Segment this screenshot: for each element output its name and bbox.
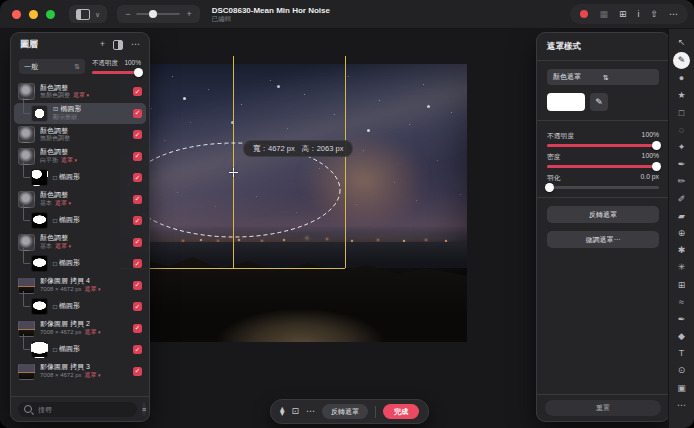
more-icon[interactable]: ⋯ <box>669 10 678 19</box>
mask-badge[interactable]: 遮罩 <box>73 92 89 100</box>
refine-mask-button[interactable]: 微調遮罩⋯ <box>547 231 659 248</box>
visibility-checkbox[interactable]: ✓ <box>133 109 142 118</box>
paint-tool[interactable]: ✎ <box>673 52 690 69</box>
layer-color-adjust-5[interactable]: 顏色調整 基本 遮罩 ✓ <box>14 232 146 254</box>
visibility-checkbox[interactable]: ✓ <box>133 259 142 268</box>
zoom-tool[interactable]: ⊙ <box>673 362 691 379</box>
visibility-checkbox[interactable]: ✓ <box>133 216 142 225</box>
blob-tool[interactable]: ✱ <box>673 242 691 259</box>
star-shape-tool[interactable]: ★ <box>673 87 691 104</box>
display-icon[interactable]: ⊡ <box>291 407 299 416</box>
blend-mode-select[interactable]: 一般 ⇅ <box>19 59 85 74</box>
visibility-checkbox[interactable]: ✓ <box>133 195 142 204</box>
clone-tool[interactable]: ⊞ <box>673 276 691 293</box>
mask-color-swatch[interactable] <box>547 93 585 111</box>
zoom-slider[interactable] <box>136 13 180 15</box>
search-input[interactable] <box>36 405 131 414</box>
mask-badge[interactable]: 遮罩 <box>85 286 101 294</box>
layer-thumbnail[interactable] <box>31 212 48 229</box>
invert-mask-pill-button[interactable]: 反轉遮罩 <box>322 404 368 419</box>
layer-ellipse-mask-1[interactable]: □ 橢圓形 ✓ <box>14 167 146 189</box>
visibility-checkbox[interactable]: ✓ <box>133 87 142 96</box>
mask-feather-knob[interactable] <box>545 183 554 192</box>
mask-badge[interactable]: 遮罩 <box>85 372 101 380</box>
visibility-checkbox[interactable]: ✓ <box>133 238 142 247</box>
pip-icon[interactable]: ⊞ <box>619 10 627 19</box>
visibility-checkbox[interactable]: ✓ <box>133 367 142 376</box>
crop-tool[interactable]: ▣ <box>673 380 691 397</box>
visibility-checkbox[interactable]: ✓ <box>133 173 142 182</box>
zoom-slider-knob[interactable] <box>149 10 157 18</box>
add-layer-button[interactable]: + <box>100 40 105 49</box>
layer-thumbnail[interactable] <box>18 363 35 380</box>
globe-tool[interactable]: ⊕ <box>673 225 691 242</box>
visibility-checkbox[interactable]: ✓ <box>133 130 142 139</box>
visibility-checkbox[interactable]: ✓ <box>133 281 142 290</box>
pen-select-tool[interactable]: ✒ <box>673 156 691 173</box>
layers-more-button[interactable]: ⋯ <box>131 40 140 49</box>
brush-tool[interactable]: ✏ <box>673 173 691 190</box>
more-tools[interactable]: ⋯ <box>673 397 691 414</box>
vector-pen-tool[interactable]: ✒ <box>673 311 691 328</box>
shapes-tool[interactable]: ◆ <box>673 328 691 345</box>
mask-density-slider[interactable] <box>547 165 659 168</box>
minimize-button[interactable] <box>29 10 38 19</box>
visibility-checkbox[interactable]: ✓ <box>133 302 142 311</box>
layer-color-adjust-4[interactable]: 顏色調整 基本 遮罩 ✓ <box>14 189 146 211</box>
layer-ellipse-mask-2[interactable]: □ 橢圓形 ✓ <box>14 210 146 232</box>
layer-thumbnail[interactable] <box>18 126 35 143</box>
mask-opacity-slider[interactable] <box>547 144 659 147</box>
filter-button[interactable]: ≡ <box>142 402 146 416</box>
layer-ellipse-mask-5[interactable]: □ 橢圓形 ✓ <box>14 339 146 361</box>
layer-thumbnail[interactable] <box>31 341 48 358</box>
mask-density-knob[interactable] <box>652 162 661 171</box>
layer-view-icon[interactable] <box>113 40 123 50</box>
layer-ellipse-mask-3[interactable]: □ 橢圓形 ✓ <box>14 253 146 275</box>
layer-thumbnail[interactable] <box>31 298 48 315</box>
more-icon[interactable]: ⋯ <box>306 407 315 416</box>
mask-badge[interactable]: 遮罩 <box>55 200 71 208</box>
quick-select-tool[interactable]: ✦ <box>673 139 691 156</box>
layer-thumbnail[interactable] <box>31 105 48 122</box>
shapes-icon[interactable]: ⧫ <box>280 407 284 416</box>
layer-thumbnail[interactable] <box>31 255 48 272</box>
share-icon[interactable]: ⇧ <box>650 10 658 19</box>
effects-tool[interactable]: ✳ <box>673 259 691 276</box>
record-indicator[interactable] <box>580 10 588 18</box>
text-tool[interactable]: T <box>673 345 691 362</box>
marquee-select-tool[interactable]: □ <box>673 105 691 122</box>
zoom-out-button[interactable]: − <box>125 10 130 19</box>
layer-ellipse-mask-4[interactable]: □ 橢圓形 ✓ <box>14 296 146 318</box>
mask-badge[interactable]: 遮罩 <box>55 243 71 251</box>
gallery-icon[interactable]: ▦ <box>599 10 608 19</box>
eraser-tool[interactable]: ▰ <box>673 208 691 225</box>
smudge-tool[interactable]: ≈ <box>673 294 691 311</box>
mask-badge[interactable]: 遮罩 <box>85 329 101 337</box>
layer-image-copy-2[interactable]: 影像圖層 拷貝 2 7008 × 4672 px 遮罩 ✓ <box>14 318 146 340</box>
visibility-checkbox[interactable]: ✓ <box>133 152 142 161</box>
visibility-checkbox[interactable]: ✓ <box>133 345 142 354</box>
arrow-tool[interactable]: ↖ <box>673 34 691 51</box>
reset-button[interactable]: 重置 <box>545 400 661 416</box>
invert-mask-button[interactable]: 反轉遮罩 <box>547 206 659 223</box>
layer-color-adjust-1[interactable]: 顏色調整 無顏色調整 遮罩 ✓ <box>14 81 146 103</box>
sidebar-toggle-button[interactable]: ∨ <box>69 5 107 23</box>
layer-color-adjust-2[interactable]: 顏色調整 無顏色調整 ✓ <box>14 124 146 146</box>
layers-opacity-slider[interactable] <box>92 71 141 74</box>
visibility-checkbox[interactable]: ✓ <box>133 324 142 333</box>
retouch-tool[interactable]: ● <box>673 70 691 87</box>
layer-ellipse-mask-selected[interactable]: ⊡ 橢圓形 顯示形狀 ✓ <box>14 103 146 125</box>
info-icon[interactable]: i <box>637 10 639 19</box>
pencil-tool[interactable]: ✐ <box>673 191 691 208</box>
zoom-in-button[interactable]: + <box>186 10 191 19</box>
zoom-slider-group[interactable]: − + <box>117 5 200 23</box>
close-button[interactable] <box>12 10 21 19</box>
mask-feather-slider[interactable] <box>547 186 659 189</box>
layer-thumbnail[interactable] <box>31 169 48 186</box>
layer-image-copy-3[interactable]: 影像圖層 拷貝 3 7008 × 4672 px 遮罩 ✓ <box>14 361 146 383</box>
eyedropper-button[interactable]: ✎ <box>590 93 608 111</box>
mask-type-select[interactable]: 顏色遮罩 ⇅ <box>547 69 659 85</box>
layer-search[interactable] <box>18 402 137 417</box>
lasso-select-tool[interactable]: ◌ <box>673 122 691 139</box>
done-button[interactable]: 完成 <box>383 404 419 419</box>
